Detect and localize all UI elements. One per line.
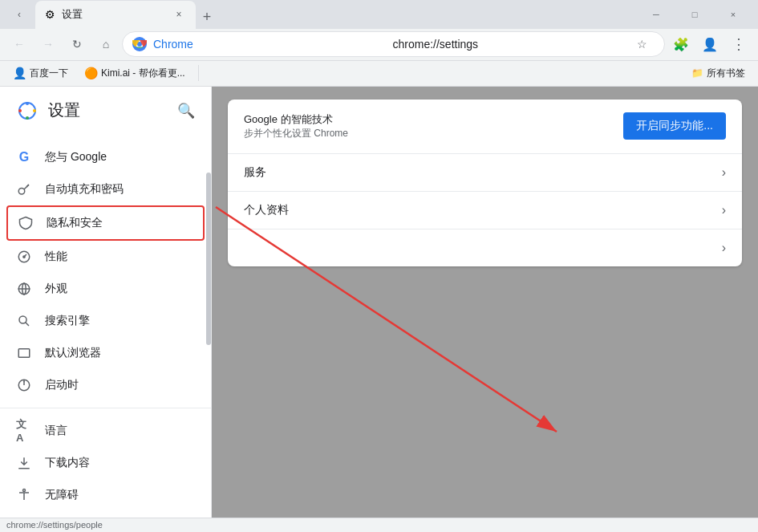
sidebar-item-appearance[interactable]: 外观	[0, 273, 211, 305]
startup-icon	[16, 377, 32, 393]
minimize-button[interactable]: ─	[638, 2, 675, 27]
menu-button[interactable]: ⋮	[726, 31, 752, 57]
nav-divider	[0, 408, 211, 408]
accessibility-icon	[16, 487, 32, 503]
folder-icon: 📁	[691, 67, 703, 79]
privacy-label: 隐私和安全	[47, 216, 103, 230]
autofill-label: 自动填充和密码	[45, 182, 124, 197]
services-row[interactable]: 服务 ›	[228, 154, 742, 192]
scrollbar-thumb	[206, 173, 211, 345]
bookmarks-bar: 👤 百度一下 🟠 Kimi.ai - 帮你看更... 📁 所有书签	[0, 61, 758, 87]
sync-row: Google 的智能技术 步并个性化设置 Chrome 开启同步功能...	[228, 99, 742, 154]
title-bar: ‹ ⚙ 设置 × + ─ □ ×	[0, 0, 758, 29]
sync-line2: 步并个性化设置 Chrome	[244, 127, 348, 140]
bookmarks-divider	[198, 65, 199, 81]
reload-button[interactable]: ↻	[64, 31, 90, 57]
sidebar-header: 设置 🔍	[0, 87, 211, 135]
sidebar-item-autofill[interactable]: 自动填充和密码	[0, 173, 211, 205]
settings-card: Google 的智能技术 步并个性化设置 Chrome 开启同步功能... 服务…	[228, 99, 742, 266]
sync-line1: Google 的智能技术	[244, 112, 348, 127]
svg-line-15	[26, 322, 30, 326]
tab-favicon: ⚙	[45, 8, 55, 21]
close-button[interactable]: ×	[715, 2, 752, 27]
svg-rect-16	[18, 349, 30, 358]
extra-chevron: ›	[722, 241, 726, 255]
address-bar-row: ← → ↻ ⌂ Chrome chrome://settings ☆ 🧩 👤 ⋮	[0, 29, 758, 61]
profile-button[interactable]: 👤	[697, 31, 723, 57]
performance-label: 性能	[45, 250, 67, 264]
sidebar-item-startup[interactable]: 启动时	[0, 369, 211, 401]
sidebar-item-google[interactable]: G 您与 Google	[0, 141, 211, 173]
back-button[interactable]: ←	[6, 31, 32, 57]
svg-point-5	[26, 102, 29, 105]
google-g-icon: G	[16, 149, 32, 165]
settings-logo-icon	[16, 99, 39, 122]
sidebar-item-accessibility[interactable]: 无障碍	[0, 479, 211, 511]
sidebar-title: 设置	[48, 99, 80, 121]
sync-description: Google 的智能技术 步并个性化设置 Chrome	[244, 112, 348, 140]
services-chevron: ›	[722, 165, 726, 180]
tab-close-button[interactable]: ×	[172, 7, 186, 22]
default-browser-label: 默认浏览器	[45, 346, 101, 360]
appearance-label: 外观	[45, 282, 67, 296]
profile-row[interactable]: 个人资料 ›	[228, 192, 742, 229]
language-icon: 文A	[16, 423, 32, 439]
performance-icon	[16, 249, 32, 265]
home-button[interactable]: ⌂	[93, 31, 119, 57]
sidebar-scrollbar[interactable]	[206, 87, 211, 518]
downloads-icon	[16, 455, 32, 471]
sidebar-item-privacy[interactable]: 隐私和安全	[6, 205, 205, 241]
tab-area: ⚙ 设置 × +	[35, 0, 628, 29]
svg-point-11	[23, 256, 25, 258]
shield-icon	[18, 215, 34, 231]
address-brand: Chrome	[153, 38, 383, 51]
svg-point-22	[23, 489, 26, 491]
svg-point-6	[26, 116, 29, 120]
sidebar-search-button[interactable]: 🔍	[177, 102, 195, 120]
key-icon	[16, 181, 32, 197]
sidebar-item-downloads[interactable]: 下载内容	[0, 447, 211, 479]
address-favicon	[132, 37, 147, 51]
sidebar-item-language[interactable]: 文A 语言	[0, 415, 211, 447]
bookmark-baidu[interactable]: 👤 百度一下	[6, 63, 75, 83]
sidebar-item-search[interactable]: 搜索引擎	[0, 305, 211, 337]
startup-label: 启动时	[45, 378, 79, 392]
chrome-logo-icon	[132, 37, 147, 51]
kimi-label: Kimi.ai - 帮你看更...	[101, 67, 185, 80]
sync-line2-prefix: 步并个性化设置 Chrome	[244, 128, 348, 139]
forward-button[interactable]: →	[35, 31, 61, 57]
svg-point-8	[33, 109, 36, 112]
all-bookmarks-label: 所有书签	[707, 67, 745, 80]
profile-chevron: ›	[722, 203, 726, 217]
extensions-button[interactable]: 🧩	[668, 31, 694, 57]
address-box[interactable]: Chrome chrome://settings ☆	[122, 31, 665, 57]
sidebar-item-default-browser[interactable]: 默认浏览器	[0, 337, 211, 369]
browser-frame: ‹ ⚙ 设置 × + ─ □ × ← → ↻ ⌂	[0, 0, 758, 532]
bookmark-star-button[interactable]: ☆	[629, 31, 655, 57]
active-tab[interactable]: ⚙ 设置 ×	[35, 1, 196, 29]
kimi-favicon: 🟠	[84, 67, 98, 79]
page-area: 设置 🔍 G 您与 Google	[0, 87, 758, 518]
sidebar-nav: G 您与 Google 自动填充和密码	[0, 135, 211, 518]
sidebar-item-performance[interactable]: 性能	[0, 241, 211, 273]
sync-button[interactable]: 开启同步功能...	[623, 112, 726, 140]
address-url: chrome://settings	[393, 38, 623, 51]
status-url: chrome://settings/people	[6, 520, 103, 530]
appearance-icon	[16, 281, 32, 297]
language-label: 语言	[45, 424, 67, 438]
baidu-label: 百度一下	[30, 67, 68, 80]
search-engine-label: 搜索引擎	[45, 314, 90, 328]
new-tab-button[interactable]: +	[196, 6, 218, 29]
all-bookmarks-button[interactable]: 📁 所有书签	[685, 63, 752, 83]
bookmark-kimi[interactable]: 🟠 Kimi.ai - 帮你看更...	[78, 63, 192, 83]
baidu-favicon: 👤	[13, 67, 26, 79]
main-content-area: Google 的智能技术 步并个性化设置 Chrome 开启同步功能... 服务…	[212, 87, 758, 518]
downloads-label: 下载内容	[45, 456, 90, 470]
extra-row[interactable]: ›	[228, 229, 742, 266]
search-engine-icon	[16, 313, 32, 329]
accessibility-label: 无障碍	[45, 488, 79, 502]
default-browser-icon	[16, 345, 32, 361]
tab-title: 设置	[62, 7, 165, 22]
tab-strip-back[interactable]: ‹	[6, 2, 32, 27]
maximize-button[interactable]: □	[676, 2, 713, 27]
